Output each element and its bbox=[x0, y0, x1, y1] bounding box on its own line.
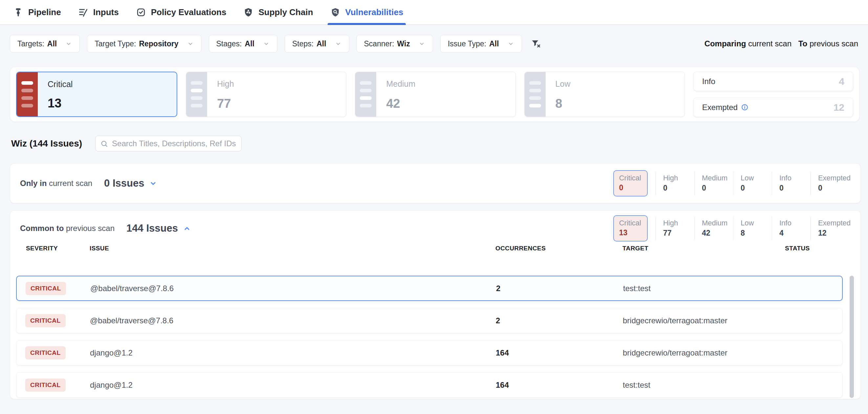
table-row[interactable]: CRITICAL django@1.2 164 bridgecrewio/ter… bbox=[16, 340, 843, 365]
severity-card-info[interactable]: Info 4 bbox=[693, 71, 853, 91]
filter-value: All bbox=[316, 39, 326, 48]
only-severity-counts: Critical 0 High 0 Medium 0 Low 0 Info 0 … bbox=[613, 170, 850, 197]
count-low[interactable]: Low 0 bbox=[733, 172, 772, 195]
severity-card-low[interactable]: Low 8 bbox=[524, 71, 685, 117]
chevron-down-icon[interactable] bbox=[149, 179, 158, 188]
vulnerabilities-shield-icon bbox=[330, 7, 340, 18]
table-row[interactable]: CRITICAL @babel/traverse@7.8.6 2 bridgec… bbox=[16, 308, 843, 333]
severity-card-high[interactable]: High 77 bbox=[186, 71, 346, 117]
clear-filters-button[interactable] bbox=[530, 38, 541, 49]
count-value: 0 bbox=[779, 183, 811, 193]
count-value: 0 bbox=[702, 183, 733, 193]
card-count: 4 bbox=[839, 76, 844, 87]
filter-label: Scanner: bbox=[364, 39, 394, 48]
count-high[interactable]: High 0 bbox=[656, 172, 694, 195]
filter-label: Targets: bbox=[18, 39, 44, 48]
comparing-bold: To bbox=[798, 39, 808, 48]
column-header-issue: ISSUE bbox=[90, 245, 109, 252]
severity-card-critical[interactable]: Critical 13 bbox=[16, 71, 177, 117]
pipeline-icon bbox=[13, 7, 23, 18]
count-info[interactable]: Info 0 bbox=[772, 172, 811, 195]
count-label: Low bbox=[741, 218, 772, 228]
filter-scanner[interactable]: Scanner:Wiz bbox=[356, 35, 433, 53]
count-value: 77 bbox=[663, 228, 694, 238]
tab-label: Vulnerabilities bbox=[345, 7, 403, 18]
tab-policy-evaluations[interactable]: Policy Evaluations bbox=[136, 0, 226, 24]
tab-supply-chain[interactable]: Supply Chain bbox=[243, 0, 313, 24]
count-medium[interactable]: Medium 0 bbox=[694, 172, 733, 195]
section-label: Common to previous scan bbox=[20, 224, 115, 233]
chevron-up-icon[interactable] bbox=[183, 224, 191, 233]
count-value: 42 bbox=[702, 228, 733, 238]
filter-targets[interactable]: Targets:All bbox=[10, 35, 80, 53]
severity-badge: CRITICAL bbox=[26, 282, 66, 295]
common-section-toggle[interactable]: 144 Issues bbox=[126, 223, 191, 234]
only-section-toggle[interactable]: 0 Issues bbox=[104, 177, 158, 189]
scanner-title: Wiz (144 Issues) bbox=[11, 138, 82, 149]
count-critical[interactable]: Critical 13 bbox=[613, 215, 648, 242]
count-critical[interactable]: Critical 0 bbox=[613, 170, 648, 197]
supply-chain-shield-icon bbox=[243, 7, 253, 18]
top-navigation: Pipeline Inputs Policy Evaluations Suppl… bbox=[0, 0, 868, 25]
count-label: High bbox=[663, 174, 694, 183]
filter-stages[interactable]: Stages:All bbox=[209, 35, 277, 53]
column-header-occurrences: OCCURRENCES bbox=[495, 245, 546, 252]
column-header-severity: SEVERITY bbox=[26, 245, 58, 252]
tab-vulnerabilities[interactable]: Vulnerabilities bbox=[330, 0, 403, 24]
filter-issue-type[interactable]: Issue Type:All bbox=[440, 35, 522, 53]
count-value: 12 bbox=[818, 228, 850, 238]
tab-label: Inputs bbox=[93, 7, 119, 18]
severity-badge: CRITICAL bbox=[25, 379, 66, 392]
common-to-previous-scan-panel: Common to previous scan 144 Issues Criti… bbox=[10, 210, 861, 399]
target-name: bridgecrewio/terragoat:master bbox=[623, 348, 727, 357]
chevron-down-icon bbox=[507, 40, 515, 47]
table-row[interactable]: CRITICAL @babel/traverse@7.8.6 2 test:te… bbox=[16, 276, 843, 301]
inputs-icon bbox=[78, 7, 88, 18]
severity-card-medium[interactable]: Medium 42 bbox=[355, 71, 516, 117]
count-label: Medium bbox=[702, 218, 733, 228]
count-high[interactable]: High 77 bbox=[656, 216, 694, 240]
count-value: 13 bbox=[619, 228, 641, 238]
target-name: bridgecrewio/terragoat:master bbox=[623, 316, 727, 325]
count-label: Critical bbox=[619, 174, 641, 183]
comparing-bold: Comparing bbox=[705, 39, 746, 48]
vertical-scrollbar-thumb[interactable] bbox=[849, 276, 854, 398]
severity-level-icon bbox=[525, 72, 546, 117]
filter-steps[interactable]: Steps:All bbox=[285, 35, 349, 53]
filter-target-type[interactable]: Target Type:Repository bbox=[87, 35, 201, 53]
section-label-rest: previous scan bbox=[66, 224, 115, 233]
severity-card-exempted[interactable]: Exempted 12 bbox=[693, 97, 853, 117]
search-input[interactable] bbox=[112, 139, 237, 148]
occurrences-count: 164 bbox=[496, 348, 509, 357]
count-info[interactable]: Info 4 bbox=[772, 216, 811, 240]
chevron-down-icon bbox=[418, 40, 426, 47]
severity-level-icon bbox=[186, 72, 207, 117]
info-icon[interactable] bbox=[741, 104, 748, 111]
count-medium[interactable]: Medium 42 bbox=[694, 216, 733, 240]
count-value: 0 bbox=[818, 183, 850, 193]
issues-count: 0 Issues bbox=[104, 177, 144, 189]
count-label: High bbox=[663, 218, 694, 228]
count-exempted[interactable]: Exempted 12 bbox=[811, 216, 850, 240]
count-label: Exempted bbox=[818, 218, 850, 228]
issues-table-body: CRITICAL @babel/traverse@7.8.6 2 test:te… bbox=[16, 276, 843, 399]
chevron-down-icon bbox=[187, 40, 194, 47]
count-value: 8 bbox=[741, 228, 772, 238]
issue-name: django@1.2 bbox=[90, 381, 133, 390]
filter-label: Issue Type: bbox=[448, 39, 486, 48]
table-row[interactable]: CRITICAL django@1.2 164 test:test bbox=[16, 372, 843, 397]
count-exempted[interactable]: Exempted 0 bbox=[811, 172, 850, 195]
severity-level-icon bbox=[17, 72, 38, 116]
chevron-down-icon bbox=[65, 40, 72, 47]
count-low[interactable]: Low 8 bbox=[733, 216, 772, 240]
target-name: test:test bbox=[623, 284, 651, 293]
count-label: Critical bbox=[619, 218, 641, 228]
common-severity-counts: Critical 13 High 77 Medium 42 Low 8 Info… bbox=[613, 215, 850, 242]
filter-value: Repository bbox=[139, 39, 178, 48]
tab-inputs[interactable]: Inputs bbox=[78, 0, 119, 24]
common-section-header: Common to previous scan 144 Issues Criti… bbox=[10, 219, 861, 238]
tab-label: Pipeline bbox=[28, 7, 61, 18]
filter-bar: Targets:All Target Type:Repository Stage… bbox=[10, 35, 858, 53]
tab-pipeline[interactable]: Pipeline bbox=[13, 0, 61, 24]
filter-label: Stages: bbox=[216, 39, 242, 48]
